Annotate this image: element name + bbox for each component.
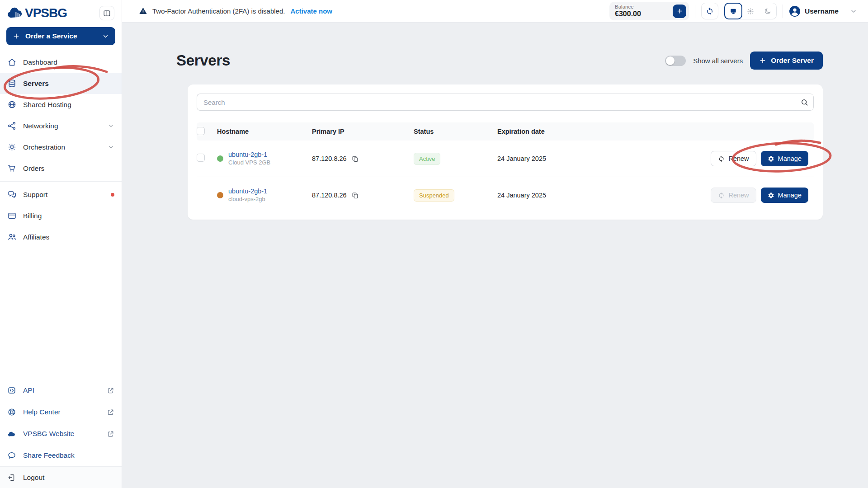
moon-icon (764, 7, 772, 15)
search-input[interactable] (197, 94, 795, 111)
page-header: Servers Show all servers Order Server (176, 52, 823, 70)
status-badge: Suspended (414, 189, 454, 202)
sidebar-item-affiliates[interactable]: Affiliates (0, 226, 122, 248)
sidebar-item-label: Support (23, 191, 47, 199)
chevron-down-icon (108, 122, 114, 129)
content-area: Servers Show all servers Order Server (122, 23, 868, 488)
copy-ip-button[interactable] (351, 155, 359, 163)
order-a-service-label: Order a Service (25, 32, 77, 40)
home-icon (7, 57, 17, 67)
copy-icon (351, 192, 359, 199)
balance-widget: Balance €300.00 (609, 2, 689, 20)
brand-name: VPSBG (25, 6, 67, 20)
sidebar-item-logout[interactable]: Logout (0, 466, 122, 488)
brand-logo[interactable]: VPSBG (6, 6, 67, 20)
order-a-service-button[interactable]: Order a Service (6, 27, 115, 45)
sidebar-item-orchestration[interactable]: Orchestration (0, 136, 122, 158)
sidebar-item-orders[interactable]: Orders (0, 158, 122, 179)
activate-2fa-link[interactable]: Activate now (290, 7, 332, 15)
hostname-cell: ubuntu-2gb-1 Cloud VPS 2GB (217, 151, 312, 166)
topbar-right: Balance €300.00 (609, 2, 857, 20)
renew-button[interactable]: Renew (711, 151, 756, 166)
vpsbg-logo-icon (6, 7, 24, 19)
sidebar-item-label: Shared Hosting (23, 101, 71, 109)
order-server-button[interactable]: Order Server (750, 52, 823, 70)
manage-button[interactable]: Manage (761, 151, 808, 166)
affiliates-icon (7, 232, 17, 242)
sidebar-item-label: Orders (23, 164, 44, 173)
sidebar-footer: API Help Center VPSBG Website (0, 380, 122, 488)
network-icon (7, 121, 17, 131)
balance-value: €300.00 (615, 10, 641, 18)
servers-icon (7, 79, 17, 88)
renew-label: Renew (728, 192, 749, 199)
row-checkbox[interactable] (197, 154, 205, 162)
refresh-icon (706, 7, 714, 15)
sidebar: VPSBG Order a Service (0, 0, 122, 488)
renew-label: Renew (728, 155, 749, 162)
sidebar-item-api[interactable]: API (0, 380, 122, 401)
sidebar-item-label: Logout (23, 474, 44, 482)
toggle-knob (666, 56, 675, 65)
manage-button[interactable]: Manage (761, 188, 808, 203)
status-badge: Active (414, 153, 440, 165)
refresh-icon (718, 155, 725, 162)
user-menu[interactable]: Username (789, 5, 857, 17)
sidebar-item-shared-hosting[interactable]: Shared Hosting (0, 94, 122, 115)
sidebar-divider (0, 181, 122, 182)
collapse-sidebar-button[interactable] (99, 6, 114, 20)
copy-ip-button[interactable] (351, 192, 359, 199)
select-all-checkbox[interactable] (197, 127, 205, 135)
sidebar-item-networking[interactable]: Networking (0, 115, 122, 136)
sidebar-item-support[interactable]: Support (0, 184, 122, 205)
external-link-icon (107, 408, 114, 416)
gear-icon (768, 155, 774, 162)
billing-icon (7, 211, 17, 221)
balance-label: Balance (615, 4, 641, 9)
hostname-link[interactable]: ubuntu-2gb-1 (228, 151, 270, 158)
warning-icon (138, 6, 148, 16)
plan-label: Cloud VPS 2GB (228, 159, 270, 166)
header-checkbox-cell (197, 127, 217, 136)
sidebar-item-share-feedback[interactable]: Share Feedback (0, 445, 122, 466)
sidebar-item-label: Help Center (23, 408, 61, 416)
page-header-actions: Show all servers Order Server (665, 52, 823, 70)
refresh-button[interactable] (701, 3, 718, 19)
status-cell: Active (414, 153, 497, 165)
add-funds-button[interactable] (673, 5, 686, 18)
sidebar-item-help-center[interactable]: Help Center (0, 401, 122, 423)
sidebar-item-dashboard[interactable]: Dashboard (0, 52, 122, 73)
chevron-down-icon (108, 144, 114, 150)
column-header-status: Status (414, 128, 497, 135)
cart-icon (7, 164, 17, 173)
gear-icon (768, 192, 774, 199)
topbar-divider (783, 5, 783, 18)
theme-dark-button[interactable] (759, 3, 776, 19)
feedback-icon (7, 451, 17, 460)
hostname-link[interactable]: ubuntu-2gb-1 (228, 188, 267, 195)
servers-table: Hostname Primary IP Status Expiration da… (197, 122, 814, 213)
plan-label: cloud-vps-2gb (228, 196, 265, 202)
topbar-divider (695, 5, 695, 18)
actions-cell: Renew Manage (708, 151, 814, 166)
cloud-icon (7, 429, 17, 438)
sidebar-item-servers[interactable]: Servers (0, 73, 122, 94)
theme-system-button[interactable] (724, 3, 742, 19)
sidebar-item-vpsbg-website[interactable]: VPSBG Website (0, 423, 122, 445)
hostname-cell: ubuntu-2gb-1 cloud-vps-2gb (217, 188, 312, 203)
app-root: VPSBG Order a Service (0, 0, 868, 488)
show-all-servers-toggle[interactable] (665, 56, 686, 66)
sidebar-item-label: Orchestration (23, 143, 65, 151)
search-button[interactable] (795, 94, 814, 111)
sidebar-header: VPSBG (0, 0, 122, 24)
show-all-servers-label: Show all servers (693, 57, 743, 65)
sidebar-item-label: Networking (23, 122, 58, 130)
api-icon (7, 386, 17, 395)
search-bar (197, 94, 814, 111)
expiration-date-cell: 24 January 2025 (497, 192, 708, 199)
sidebar-item-label: Billing (23, 212, 42, 220)
username-label: Username (805, 7, 839, 15)
sidebar-item-billing[interactable]: Billing (0, 205, 122, 226)
collapse-sidebar-icon (103, 9, 111, 18)
theme-light-button[interactable] (742, 3, 759, 19)
